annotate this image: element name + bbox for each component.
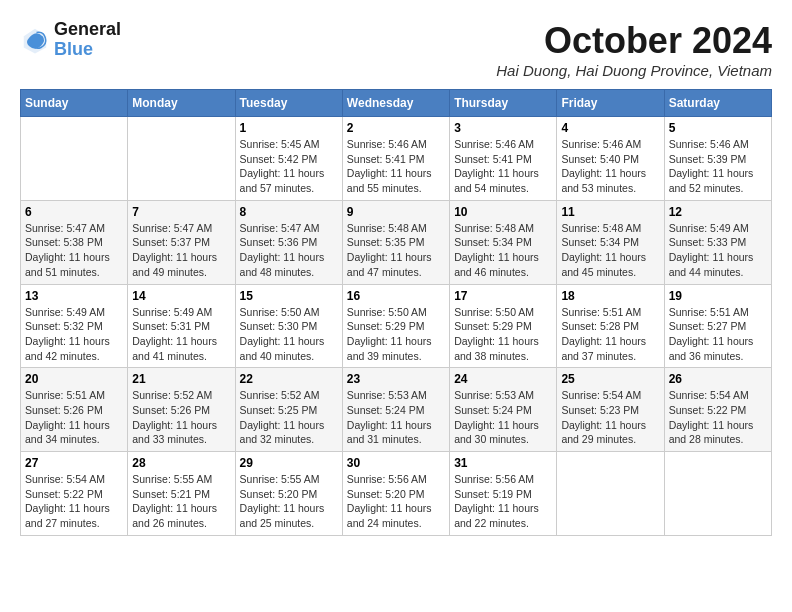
day-info: Sunrise: 5:48 AM Sunset: 5:34 PM Dayligh… <box>561 221 659 280</box>
day-number: 25 <box>561 372 659 386</box>
day-info: Sunrise: 5:46 AM Sunset: 5:40 PM Dayligh… <box>561 137 659 196</box>
calendar-cell: 15Sunrise: 5:50 AM Sunset: 5:30 PM Dayli… <box>235 284 342 368</box>
day-info: Sunrise: 5:47 AM Sunset: 5:38 PM Dayligh… <box>25 221 123 280</box>
day-number: 26 <box>669 372 767 386</box>
day-info: Sunrise: 5:53 AM Sunset: 5:24 PM Dayligh… <box>347 388 445 447</box>
calendar-week-row: 6Sunrise: 5:47 AM Sunset: 5:38 PM Daylig… <box>21 200 772 284</box>
day-number: 10 <box>454 205 552 219</box>
day-number: 23 <box>347 372 445 386</box>
weekday-header: Sunday <box>21 90 128 117</box>
day-info: Sunrise: 5:56 AM Sunset: 5:19 PM Dayligh… <box>454 472 552 531</box>
calendar-cell: 17Sunrise: 5:50 AM Sunset: 5:29 PM Dayli… <box>450 284 557 368</box>
day-info: Sunrise: 5:48 AM Sunset: 5:35 PM Dayligh… <box>347 221 445 280</box>
day-number: 3 <box>454 121 552 135</box>
day-info: Sunrise: 5:47 AM Sunset: 5:36 PM Dayligh… <box>240 221 338 280</box>
day-info: Sunrise: 5:46 AM Sunset: 5:39 PM Dayligh… <box>669 137 767 196</box>
day-number: 30 <box>347 456 445 470</box>
day-info: Sunrise: 5:47 AM Sunset: 5:37 PM Dayligh… <box>132 221 230 280</box>
calendar-cell: 25Sunrise: 5:54 AM Sunset: 5:23 PM Dayli… <box>557 368 664 452</box>
day-info: Sunrise: 5:49 AM Sunset: 5:32 PM Dayligh… <box>25 305 123 364</box>
calendar-cell: 1Sunrise: 5:45 AM Sunset: 5:42 PM Daylig… <box>235 117 342 201</box>
calendar-cell: 19Sunrise: 5:51 AM Sunset: 5:27 PM Dayli… <box>664 284 771 368</box>
month-title: October 2024 <box>496 20 772 62</box>
calendar-week-row: 13Sunrise: 5:49 AM Sunset: 5:32 PM Dayli… <box>21 284 772 368</box>
day-number: 2 <box>347 121 445 135</box>
weekday-header: Saturday <box>664 90 771 117</box>
day-info: Sunrise: 5:51 AM Sunset: 5:27 PM Dayligh… <box>669 305 767 364</box>
day-number: 27 <box>25 456 123 470</box>
day-info: Sunrise: 5:52 AM Sunset: 5:25 PM Dayligh… <box>240 388 338 447</box>
day-info: Sunrise: 5:54 AM Sunset: 5:23 PM Dayligh… <box>561 388 659 447</box>
calendar-cell: 21Sunrise: 5:52 AM Sunset: 5:26 PM Dayli… <box>128 368 235 452</box>
day-number: 22 <box>240 372 338 386</box>
day-number: 7 <box>132 205 230 219</box>
calendar-cell: 31Sunrise: 5:56 AM Sunset: 5:19 PM Dayli… <box>450 452 557 536</box>
day-info: Sunrise: 5:51 AM Sunset: 5:26 PM Dayligh… <box>25 388 123 447</box>
calendar-cell: 3Sunrise: 5:46 AM Sunset: 5:41 PM Daylig… <box>450 117 557 201</box>
day-info: Sunrise: 5:52 AM Sunset: 5:26 PM Dayligh… <box>132 388 230 447</box>
calendar-cell: 14Sunrise: 5:49 AM Sunset: 5:31 PM Dayli… <box>128 284 235 368</box>
day-number: 17 <box>454 289 552 303</box>
day-number: 9 <box>347 205 445 219</box>
day-info: Sunrise: 5:46 AM Sunset: 5:41 PM Dayligh… <box>347 137 445 196</box>
day-number: 8 <box>240 205 338 219</box>
page-header: General Blue October 2024 Hai Duong, Hai… <box>20 20 772 79</box>
calendar-cell: 6Sunrise: 5:47 AM Sunset: 5:38 PM Daylig… <box>21 200 128 284</box>
calendar-cell <box>128 117 235 201</box>
weekday-header: Monday <box>128 90 235 117</box>
day-number: 11 <box>561 205 659 219</box>
calendar-week-row: 27Sunrise: 5:54 AM Sunset: 5:22 PM Dayli… <box>21 452 772 536</box>
day-info: Sunrise: 5:55 AM Sunset: 5:20 PM Dayligh… <box>240 472 338 531</box>
day-info: Sunrise: 5:45 AM Sunset: 5:42 PM Dayligh… <box>240 137 338 196</box>
day-number: 31 <box>454 456 552 470</box>
weekday-header: Tuesday <box>235 90 342 117</box>
day-info: Sunrise: 5:54 AM Sunset: 5:22 PM Dayligh… <box>669 388 767 447</box>
day-number: 5 <box>669 121 767 135</box>
day-number: 14 <box>132 289 230 303</box>
calendar-cell: 22Sunrise: 5:52 AM Sunset: 5:25 PM Dayli… <box>235 368 342 452</box>
calendar-cell: 5Sunrise: 5:46 AM Sunset: 5:39 PM Daylig… <box>664 117 771 201</box>
day-number: 4 <box>561 121 659 135</box>
calendar-cell: 30Sunrise: 5:56 AM Sunset: 5:20 PM Dayli… <box>342 452 449 536</box>
day-number: 16 <box>347 289 445 303</box>
calendar-cell: 18Sunrise: 5:51 AM Sunset: 5:28 PM Dayli… <box>557 284 664 368</box>
calendar-cell: 24Sunrise: 5:53 AM Sunset: 5:24 PM Dayli… <box>450 368 557 452</box>
calendar-cell: 20Sunrise: 5:51 AM Sunset: 5:26 PM Dayli… <box>21 368 128 452</box>
calendar-cell <box>557 452 664 536</box>
calendar-cell: 8Sunrise: 5:47 AM Sunset: 5:36 PM Daylig… <box>235 200 342 284</box>
day-info: Sunrise: 5:55 AM Sunset: 5:21 PM Dayligh… <box>132 472 230 531</box>
calendar-week-row: 20Sunrise: 5:51 AM Sunset: 5:26 PM Dayli… <box>21 368 772 452</box>
calendar-cell: 23Sunrise: 5:53 AM Sunset: 5:24 PM Dayli… <box>342 368 449 452</box>
day-number: 20 <box>25 372 123 386</box>
day-number: 18 <box>561 289 659 303</box>
day-number: 28 <box>132 456 230 470</box>
day-number: 21 <box>132 372 230 386</box>
calendar-cell: 9Sunrise: 5:48 AM Sunset: 5:35 PM Daylig… <box>342 200 449 284</box>
day-number: 13 <box>25 289 123 303</box>
day-info: Sunrise: 5:51 AM Sunset: 5:28 PM Dayligh… <box>561 305 659 364</box>
day-info: Sunrise: 5:49 AM Sunset: 5:31 PM Dayligh… <box>132 305 230 364</box>
day-number: 6 <box>25 205 123 219</box>
calendar-cell: 16Sunrise: 5:50 AM Sunset: 5:29 PM Dayli… <box>342 284 449 368</box>
logo-blue: Blue <box>54 39 93 59</box>
weekday-header: Wednesday <box>342 90 449 117</box>
logo-general: General <box>54 19 121 39</box>
title-area: October 2024 Hai Duong, Hai Duong Provin… <box>496 20 772 79</box>
logo-text: General Blue <box>54 20 121 60</box>
logo: General Blue <box>20 20 121 60</box>
calendar-cell: 12Sunrise: 5:49 AM Sunset: 5:33 PM Dayli… <box>664 200 771 284</box>
day-info: Sunrise: 5:50 AM Sunset: 5:30 PM Dayligh… <box>240 305 338 364</box>
calendar-cell: 4Sunrise: 5:46 AM Sunset: 5:40 PM Daylig… <box>557 117 664 201</box>
weekday-header: Friday <box>557 90 664 117</box>
day-number: 12 <box>669 205 767 219</box>
day-number: 24 <box>454 372 552 386</box>
day-info: Sunrise: 5:49 AM Sunset: 5:33 PM Dayligh… <box>669 221 767 280</box>
day-info: Sunrise: 5:48 AM Sunset: 5:34 PM Dayligh… <box>454 221 552 280</box>
day-number: 15 <box>240 289 338 303</box>
calendar-cell: 26Sunrise: 5:54 AM Sunset: 5:22 PM Dayli… <box>664 368 771 452</box>
day-number: 1 <box>240 121 338 135</box>
calendar-cell: 29Sunrise: 5:55 AM Sunset: 5:20 PM Dayli… <box>235 452 342 536</box>
calendar: SundayMondayTuesdayWednesdayThursdayFrid… <box>20 89 772 536</box>
day-number: 19 <box>669 289 767 303</box>
day-info: Sunrise: 5:50 AM Sunset: 5:29 PM Dayligh… <box>347 305 445 364</box>
